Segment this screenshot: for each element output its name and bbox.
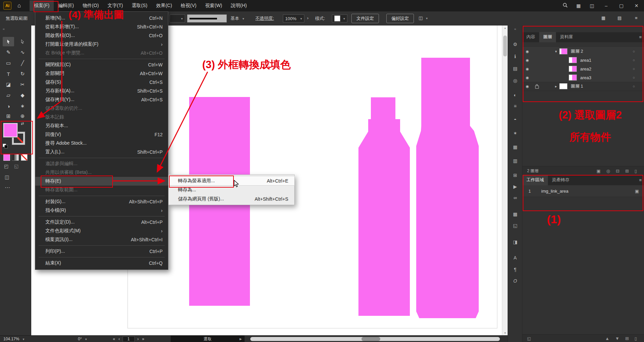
links-icon[interactable]: ∞ <box>508 195 522 200</box>
layer-name[interactable]: 圖層 1 <box>571 83 583 89</box>
symbols-icon[interactable]: ▥ <box>508 158 522 163</box>
horizontal-scrollbar[interactable] <box>250 337 500 341</box>
tab-libraries[interactable]: 資料庫 <box>556 32 577 42</box>
default-fill-stroke-icon[interactable] <box>3 144 8 148</box>
menu-file[interactable]: 檔案(F) <box>30 0 54 11</box>
stroke-profile-combo[interactable] <box>187 14 227 22</box>
none-mode-button[interactable] <box>21 154 28 161</box>
fill-swatch[interactable] <box>3 123 17 137</box>
status-hint-arrow-icon[interactable]: ▶ <box>240 337 242 341</box>
artboard-number-field[interactable]: 1 <box>123 336 135 342</box>
move-up-icon[interactable]: ▲ <box>605 336 609 341</box>
collapse-toolbox-icon[interactable]: « <box>3 27 5 31</box>
artwork-bottle-large[interactable] <box>416 58 479 318</box>
last-artboard-icon[interactable]: » <box>142 337 144 341</box>
stroke-panel-icon[interactable]: ≡ <box>508 103 522 109</box>
panel-menu-icon[interactable]: ≡ <box>639 178 642 183</box>
eyedropper-tool[interactable]: ◆ <box>17 91 28 100</box>
locate-object-icon[interactable]: ◎ <box>606 168 610 174</box>
file-menu-item-close[interactable]: 關閉檔案(C)Ctrl+W <box>35 60 168 69</box>
line-segment-tool[interactable]: ╱ <box>17 58 28 68</box>
status-hint-field[interactable]: 選取 ▶ <box>171 336 245 342</box>
restore-button[interactable]: ▢ <box>614 0 629 11</box>
direct-selection-tool[interactable] <box>17 37 28 46</box>
tab-asset-export[interactable]: 資產轉存 <box>548 175 573 185</box>
scroll-down-icon[interactable]: ▾ <box>502 331 508 335</box>
target-circle-icon[interactable]: ○ <box>633 84 635 88</box>
layer-thumbnail[interactable] <box>559 83 567 89</box>
minimize-button[interactable]: – <box>599 0 614 11</box>
menu-view[interactable]: 檢視(V) <box>176 0 201 11</box>
expand-panels-icon[interactable]: « <box>508 27 522 31</box>
symbol-sprayer-tool[interactable]: ∗ <box>17 101 28 111</box>
artboard-name[interactable]: img_link_area <box>541 189 568 194</box>
draw-normal-icon[interactable]: ◰ <box>4 163 8 169</box>
object-thumbnail[interactable] <box>569 57 577 63</box>
file-menu-item-document-setup[interactable]: 文件設定(D)...Alt+Ctrl+P <box>35 218 168 227</box>
tab-layers[interactable]: 圖層 <box>539 32 556 42</box>
rotation-control[interactable]: 0° ▾ <box>78 336 87 342</box>
new-layer-icon[interactable]: ⊞ <box>625 168 629 174</box>
workspace-icon[interactable]: ▦ <box>572 3 585 8</box>
object-name[interactable]: area3 <box>580 75 591 80</box>
visibility-eye-icon[interactable]: ◉ <box>526 67 533 71</box>
layer-row[interactable]: ◉ area3 ○ <box>522 73 644 82</box>
actions-icon[interactable]: ▶ <box>508 184 522 189</box>
file-menu-item-revert[interactable]: 回復(V)F12 <box>35 130 168 139</box>
brush-definition-combo[interactable]: 基本 ▾ <box>230 15 244 21</box>
target-circle-icon[interactable]: ○ <box>633 67 635 71</box>
graphic-styles-icon[interactable]: ▦ <box>508 144 522 150</box>
edit-toolbar-icon[interactable]: ⋯ <box>5 184 10 191</box>
gradient-mode-button[interactable] <box>12 154 19 161</box>
artboards-icon[interactable]: ⊞ <box>508 173 522 178</box>
object-name[interactable]: area2 <box>580 66 591 71</box>
visibility-eye-icon[interactable]: ◉ <box>526 84 533 89</box>
file-menu-item-package[interactable]: 封裝(G)...Alt+Shift+Ctrl+P <box>35 197 168 206</box>
swatches-icon[interactable]: ◎ <box>508 78 522 83</box>
target-circle-icon[interactable]: ○ <box>633 76 635 80</box>
image-trace-icon[interactable]: ▩ <box>508 211 522 217</box>
visibility-eye-icon[interactable]: ◉ <box>526 49 533 54</box>
new-sublayer-icon[interactable]: ⊟ <box>616 168 619 174</box>
file-menu-item-save-a-copy[interactable]: 儲存拷貝(Y)...Alt+Ctrl+S <box>35 95 168 104</box>
layer-row[interactable]: ◉ area2 ○ <box>522 64 644 74</box>
next-artboard-icon[interactable]: › <box>137 337 139 341</box>
appearance-icon[interactable]: ✶ <box>508 131 522 136</box>
character-icon[interactable]: A <box>508 255 522 260</box>
rotate-tool[interactable]: ↻ <box>17 69 28 79</box>
file-menu-item-file-info[interactable]: 檔案資訊(I)...Alt+Shift+Ctrl+I <box>35 235 168 244</box>
shear-tool[interactable]: ▱ <box>3 91 14 100</box>
chevron-right-icon[interactable]: ▸ <box>553 84 559 89</box>
align-combo[interactable]: ◫ ▾ <box>419 15 428 20</box>
visibility-eye-icon[interactable]: ◉ <box>526 76 533 80</box>
opacity-combo[interactable]: 100% ▾ <box>283 14 304 22</box>
file-menu-item-close-all[interactable]: 全部關閉Alt+Ctrl+W <box>35 69 168 78</box>
file-menu-item-save-as[interactable]: 另存新檔(A)...Shift+Ctrl+S <box>35 87 168 95</box>
submenu-item-save-for-web[interactable]: 儲存為網頁用 (舊版)...Alt+Shift+Ctrl+S <box>169 194 294 203</box>
file-menu-item-export[interactable]: 轉存(E)› <box>35 177 168 186</box>
scissors-tool[interactable]: ✂ <box>17 80 28 89</box>
scroll-up-icon[interactable]: ▴ <box>502 26 508 30</box>
object-thumbnail[interactable] <box>569 66 577 72</box>
opacity-stepper[interactable]: › <box>307 15 308 20</box>
visibility-eye-icon[interactable]: ◉ <box>526 58 533 62</box>
make-clipping-mask-icon[interactable]: ▣ <box>596 168 600 174</box>
blend-tool[interactable]: ◑ <box>3 101 14 111</box>
type-tool[interactable]: T <box>3 69 14 79</box>
file-menu-item-exit[interactable]: 結束(X)Ctrl+Q <box>35 259 168 267</box>
gradient-icon[interactable]: ◨ <box>508 239 522 245</box>
search-icon[interactable] <box>558 3 572 9</box>
selection-tool[interactable] <box>3 37 14 46</box>
tab-properties[interactable]: 內容 <box>522 32 539 42</box>
tab-artboards[interactable]: 工作區域 <box>522 175 548 185</box>
artboard-icon[interactable]: ▣ <box>635 189 639 194</box>
file-menu-item-scripts[interactable]: 指令檔(R)› <box>35 206 168 215</box>
file-menu-item-new-from-template[interactable]: 從範本新增(T)...Shift+Ctrl+N <box>35 22 168 31</box>
paragraph-icon[interactable]: ¶ <box>508 267 522 272</box>
vertical-scrollbar[interactable]: ▴ ▾ <box>502 26 508 335</box>
file-menu-item-search-adobe-stock[interactable]: 搜尋 Adobe Stock... <box>35 139 168 148</box>
settings-icon[interactable]: ⚙ <box>508 42 522 47</box>
grid-view-icon[interactable]: ▦ <box>601 15 605 20</box>
layer-row[interactable]: ◉ ▾ 圖層 2 ○ <box>522 47 644 56</box>
draw-behind-icon[interactable]: ◱ <box>14 163 18 169</box>
